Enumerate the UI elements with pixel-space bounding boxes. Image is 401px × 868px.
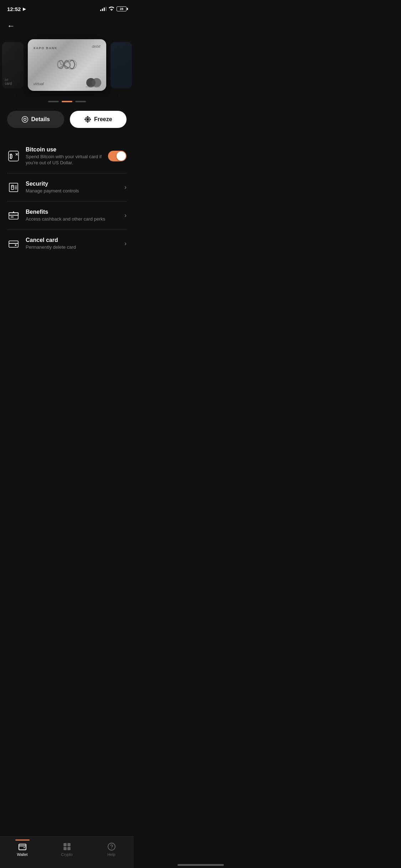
chevron-right-icon: › [124,212,127,219]
chevron-right-icon: › [124,184,127,191]
settings-item-benefits[interactable]: Benefits Access cashback and other card … [7,202,127,230]
cancel-card-text: Cancel card Permanently delete card [26,237,119,250]
bitcoin-use-text: Bitcoin use Spend Bitcoin with your virt… [26,146,102,166]
dot-0 [48,101,59,102]
time-display: 12:52 [7,6,21,12]
card-bank-name: XAPO BANK [34,46,58,50]
dot-1 [62,101,72,102]
back-arrow-icon: ← [7,21,15,30]
details-label: Details [31,116,50,123]
mastercard-label: mastercard [85,86,101,88]
card-peek-left[interactable]: bit card [2,42,24,88]
security-text: Security Manage payment controls [26,181,119,194]
settings-item-security[interactable]: Security Manage payment controls › [7,174,127,202]
status-right-icons: 28 [100,6,127,12]
benefits-icon [7,209,20,222]
benefits-title: Benefits [26,209,119,215]
cancel-card-subtitle: Permanently delete card [26,244,119,250]
freeze-icon [84,116,91,123]
signal-bars-icon [100,7,107,11]
battery-icon: 28 [117,6,127,11]
chevron-right-icon: › [124,240,127,247]
cancel-card-chevron: › [124,240,127,247]
freeze-button[interactable]: Freeze [70,111,127,128]
security-title: Security [26,181,119,187]
bitcoin-use-toggle[interactable] [108,151,127,161]
card-carousel: bit card XAPO BANK debit virtual [0,33,134,97]
status-bar: 12:52 ▶ 28 [0,0,134,16]
details-button[interactable]: Details [7,111,64,128]
action-buttons: Details Freeze [0,111,134,139]
back-button[interactable]: ← [0,16,134,33]
bitcoin-use-title: Bitcoin use [26,146,102,153]
freeze-label: Freeze [94,116,112,123]
settings-item-cancel-card[interactable]: Cancel card Permanently delete card › [7,230,127,258]
svg-rect-20 [11,185,14,187]
security-subtitle: Manage payment controls [26,188,119,194]
svg-rect-28 [9,241,18,247]
benefits-subtitle: Access cashback and other card perks [26,216,119,222]
peek-left-label: card [5,82,21,86]
toggle-switch[interactable] [108,151,127,161]
benefits-chevron: › [124,212,127,219]
battery-level: 28 [120,7,123,11]
settings-list: ₿ Bitcoin use Spend Bitcoin with your vi… [0,139,134,257]
main-card[interactable]: XAPO BANK debit virtual [28,39,106,91]
svg-rect-25 [9,213,18,215]
dot-2 [75,101,86,102]
cancel-card-title: Cancel card [26,237,119,243]
settings-item-bitcoin-use[interactable]: ₿ Bitcoin use Spend Bitcoin with your vi… [7,139,127,174]
bitcoin-use-icon: ₿ [7,150,20,162]
card-virtual-label: virtual [34,82,44,86]
mastercard-logo: mastercard [86,78,101,87]
card-peek-right[interactable] [110,42,132,88]
toggle-knob [117,151,126,161]
svg-rect-24 [9,213,18,219]
svg-point-1 [24,118,26,121]
bitcoin-use-subtitle: Spend Bitcoin with your virtual card if … [26,154,102,166]
peek-left-type: bit [5,78,21,82]
wifi-icon [109,6,114,12]
card-logo [55,55,79,76]
svg-point-0 [22,117,28,123]
carousel-dots [0,97,134,111]
card-type-label: debit [92,44,101,48]
security-icon [7,181,20,194]
security-chevron: › [124,184,127,191]
svg-text:₿: ₿ [10,153,12,160]
benefits-text: Benefits Access cashback and other card … [26,209,119,222]
cancel-card-icon [7,237,20,250]
status-time: 12:52 ▶ [7,6,26,12]
